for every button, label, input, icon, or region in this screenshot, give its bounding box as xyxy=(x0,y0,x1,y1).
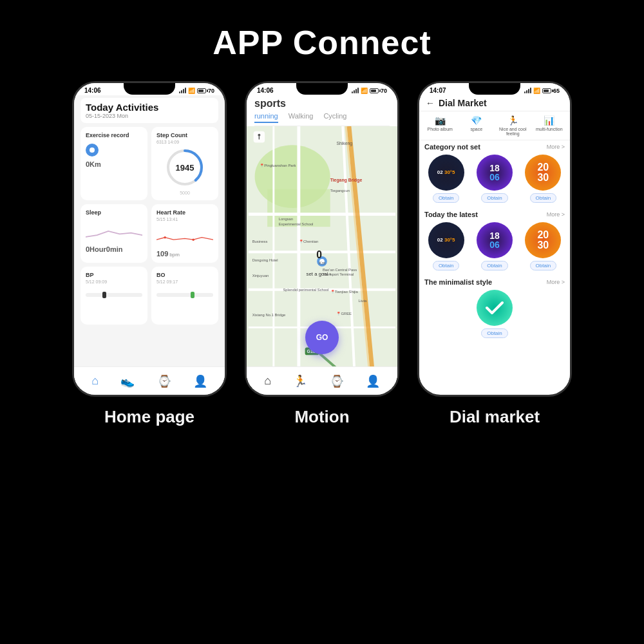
phone1: 14:06 📶 70 xyxy=(72,81,227,397)
bottom-nav-1: ⌂ 👟 ⌚ 👤 xyxy=(74,366,225,390)
bp-card: BP 5/12 09:09 xyxy=(80,267,147,325)
obtain-btn-2-2[interactable]: Obtain xyxy=(481,261,508,270)
dial-items-1: 02 30°5 Obtain 18 06 xyxy=(424,155,565,203)
dial-face-orange-1: 20 30 xyxy=(525,155,561,191)
section3-title: The minimalist style xyxy=(424,278,492,286)
status-icons-1: 📶 70 xyxy=(179,88,214,94)
heart-unit: bpm xyxy=(169,252,180,258)
obtain-btn-2-1[interactable]: Obtain xyxy=(433,261,460,270)
dial-items-3: Obtain xyxy=(424,290,565,338)
svg-text:0: 0 xyxy=(316,249,322,260)
obtain-btn-2-3[interactable]: Obtain xyxy=(530,261,557,270)
dial-items-2: 02 30°5 Obtain 18 06 xyxy=(424,222,565,270)
phone3: 14:07 📶 65 xyxy=(417,81,572,397)
svg-text:Xixiang No.1 Bridge: Xixiang No.1 Bridge xyxy=(252,313,286,317)
dial-back-button[interactable]: ← xyxy=(426,98,435,108)
dial-cat-space[interactable]: 💎 space xyxy=(459,115,495,136)
battery-pct-1: 70 xyxy=(208,88,214,94)
phone3-wrapper: 14:07 📶 65 xyxy=(417,81,572,427)
heart-title: Heart Rate xyxy=(156,209,213,216)
sleep-card: Sleep 0Hour0min xyxy=(80,204,147,263)
dial-cat-multi[interactable]: 📊 multi-function xyxy=(531,115,568,136)
bo-title: BO xyxy=(156,272,213,278)
dial-categories: 📷 Photo album 💎 space 🏃 Nice and cool fe… xyxy=(419,111,570,140)
status-icons-2: 📶 70 xyxy=(352,88,387,94)
wifi-icon-3: 📶 xyxy=(533,88,540,94)
section2-more[interactable]: More > xyxy=(547,211,565,218)
phones-row: 14:06 📶 70 xyxy=(72,81,572,427)
nav-activity-icon-2[interactable]: 🏃 xyxy=(293,374,307,388)
svg-text:Shikeng: Shikeng xyxy=(336,141,352,146)
phone2-label: Motion xyxy=(294,407,349,427)
step-subtitle: 6313 14:09 xyxy=(156,140,213,144)
space-icon: 💎 xyxy=(471,115,482,126)
home-header: Today Activities 05-15-2023 Mon xyxy=(80,98,218,123)
battery-icon-1 xyxy=(197,88,206,93)
status-time-2: 14:06 xyxy=(257,87,274,94)
wifi-icon-2: 📶 xyxy=(361,88,368,94)
dial-section-3: The minimalist style More > Obtain xyxy=(419,276,570,343)
sports-tabs: running Walking Cycling xyxy=(254,112,390,126)
section3-more[interactable]: More > xyxy=(547,279,565,285)
heart-graph xyxy=(156,227,213,245)
phone3-label: Dial market xyxy=(450,407,540,427)
phone2-content: sports running Walking Cycling xyxy=(247,95,397,390)
sports-header: sports running Walking Cycling xyxy=(247,95,397,126)
nav-home-icon[interactable]: ⌂ xyxy=(91,374,99,388)
signal-icon-1 xyxy=(179,88,186,93)
dial-item-1-3: 20 30 Obtain xyxy=(522,155,565,203)
battery-pct-2: 70 xyxy=(381,88,387,94)
signal-icon-2 xyxy=(352,88,359,93)
heart-value: 109 xyxy=(156,250,168,258)
svg-text:Tiegangcun: Tiegangcun xyxy=(330,189,350,193)
bo-bar xyxy=(156,293,213,297)
step-circle: 1945 xyxy=(156,147,213,188)
nav-watch-icon-2[interactable]: ⌚ xyxy=(330,374,344,388)
dial-item-3-1: Obtain xyxy=(424,290,565,338)
step-card: Step Count 6313 14:09 1945 5000 xyxy=(151,127,218,200)
svg-text:Experimental School: Experimental School xyxy=(279,222,314,226)
nav-activity-icon[interactable]: 👟 xyxy=(120,374,135,388)
obtain-btn-1-3[interactable]: Obtain xyxy=(530,193,557,203)
status-time-3: 14:07 xyxy=(430,87,446,94)
dial-item-2-3: 20 30 Obtain xyxy=(522,222,565,270)
dial-cat-photo[interactable]: 📷 Photo album xyxy=(422,115,459,136)
obtain-btn-1-1[interactable]: Obtain xyxy=(433,193,460,203)
svg-text:Dongxing Hotel: Dongxing Hotel xyxy=(252,258,278,262)
tab-running[interactable]: running xyxy=(254,112,278,123)
nav-profile-icon-2[interactable]: 👤 xyxy=(366,374,380,388)
nav-profile-icon[interactable]: 👤 xyxy=(193,374,207,388)
tab-cycling[interactable]: Cycling xyxy=(323,112,346,123)
signal-icon-3 xyxy=(524,88,531,93)
cool-icon: 🏃 xyxy=(507,115,518,126)
svg-text:📍Chentian: 📍Chentian xyxy=(299,239,318,244)
multi-icon: 📊 xyxy=(544,115,554,126)
wifi-icon-1: 📶 xyxy=(188,88,195,94)
status-time-1: 14:06 xyxy=(84,87,101,94)
battery-icon-2 xyxy=(370,88,379,93)
page-title: APP Connect xyxy=(213,23,431,62)
notch3 xyxy=(469,83,520,95)
dial-header: ← Dial Market xyxy=(419,95,570,111)
svg-text:📍GREE: 📍GREE xyxy=(336,311,352,316)
bp-subtitle: 5/12 09:09 xyxy=(86,279,142,284)
obtain-btn-3-1[interactable]: Obtain xyxy=(481,328,508,338)
dial-face-dark-2: 02 30°5 xyxy=(428,222,464,258)
sleep-value: 0Hour0min xyxy=(86,245,142,253)
bp-title: BP xyxy=(86,272,142,278)
section1-more[interactable]: More > xyxy=(547,144,565,150)
go-button[interactable]: GO xyxy=(305,321,339,354)
tab-walking[interactable]: Walking xyxy=(289,112,314,123)
sports-title: sports xyxy=(254,98,390,109)
nav-home-icon-2[interactable]: ⌂ xyxy=(264,374,271,388)
svg-text:Liuta: Liuta xyxy=(359,299,367,303)
dial-section-2: Today the latest More > 02 30°5 Obtain xyxy=(419,208,570,276)
cards-grid: Exercise record 0Km Step Count 6313 14:0… xyxy=(80,127,218,325)
obtain-btn-1-2[interactable]: Obtain xyxy=(481,193,508,203)
svg-text:📍Pingluanshan Park: 📍Pingluanshan Park xyxy=(260,163,296,168)
photo-album-icon: 📷 xyxy=(435,115,446,126)
dial-market-title: Dial Market xyxy=(439,98,487,108)
svg-text:📍Tianjiao Shijia: 📍Tianjiao Shijia xyxy=(330,289,359,294)
nav-watch-icon[interactable]: ⌚ xyxy=(157,374,171,388)
dial-cat-cool[interactable]: 🏃 Nice and cool feeling xyxy=(495,115,531,136)
